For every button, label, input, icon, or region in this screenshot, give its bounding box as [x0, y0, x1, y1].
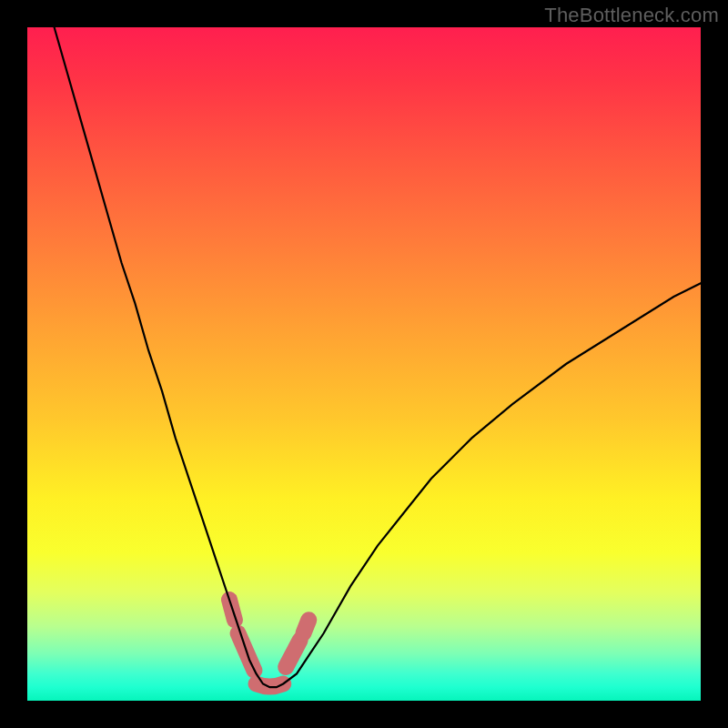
marker-right-segment-2: [303, 620, 308, 633]
watermark-text: TheBottleneck.com: [544, 4, 719, 27]
bottleneck-curve: [55, 27, 701, 687]
plot-area: [27, 27, 701, 701]
chart-frame: TheBottleneck.com: [0, 0, 728, 728]
curve-svg: [27, 27, 701, 701]
marker-right-segment-1: [286, 640, 300, 667]
